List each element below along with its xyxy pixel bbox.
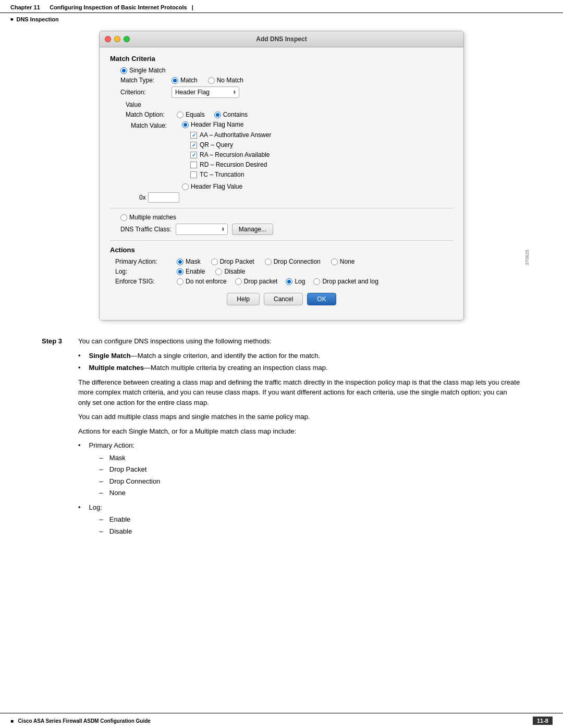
none-option[interactable]: None bbox=[331, 258, 355, 265]
match-criteria-section: Match Criteria Single Match Match Type: bbox=[110, 55, 453, 203]
ra-checkbox[interactable] bbox=[190, 152, 197, 158]
drop-packet-and-log-radio[interactable] bbox=[313, 278, 320, 285]
step-3-row: Step 3 You can configure DNS inspections… bbox=[42, 336, 521, 542]
do-not-enforce-option[interactable]: Do not enforce bbox=[177, 278, 227, 285]
sub-mask: Mask bbox=[100, 453, 161, 463]
drop-packet-and-log-option[interactable]: Drop packet and log bbox=[313, 278, 378, 285]
rd-checkbox[interactable] bbox=[190, 162, 197, 168]
no-match-option[interactable]: No Match bbox=[208, 77, 243, 84]
dns-traffic-class-select[interactable]: ⬍ bbox=[176, 224, 228, 235]
chapter-title: Configuring Inspection of Basic Internet… bbox=[50, 4, 187, 10]
multiple-matches-desc: —Match multiple criteria by creating an … bbox=[144, 364, 328, 372]
aa-label: AA – Authoritative Answer bbox=[200, 131, 271, 139]
hex-input-row: 0x bbox=[120, 192, 453, 203]
footer-left-text: ■ Cisco ASA Series Firewall ASDM Configu… bbox=[10, 718, 151, 724]
drop-packet-tsig-radio[interactable] bbox=[235, 278, 242, 285]
minimize-button-icon[interactable] bbox=[114, 36, 120, 42]
criterion-select[interactable]: Header Flag ⬍ bbox=[172, 87, 239, 98]
drop-packet-option[interactable]: Drop Packet bbox=[211, 258, 254, 265]
header-flag-value-option[interactable]: Header Flag Value bbox=[182, 183, 271, 190]
multiple-matches-bold: Multiple matches bbox=[89, 364, 144, 372]
dialog-body: Match Criteria Single Match Match Type: bbox=[100, 47, 463, 320]
actions-title: Actions bbox=[110, 246, 453, 254]
enable-option[interactable]: Enable bbox=[177, 268, 205, 275]
log-row: Log: Enable Disable bbox=[110, 268, 453, 275]
maximize-button-icon[interactable] bbox=[124, 36, 130, 42]
single-match-radio[interactable] bbox=[120, 67, 127, 74]
mask-option[interactable]: Mask bbox=[177, 258, 201, 265]
log-tsig-option[interactable]: Log bbox=[286, 278, 305, 285]
multiple-matches-option[interactable]: Multiple matches bbox=[120, 214, 176, 221]
drop-connection-radio[interactable] bbox=[265, 258, 272, 265]
close-button-icon[interactable] bbox=[105, 36, 111, 42]
mask-radio[interactable] bbox=[177, 258, 183, 265]
qr-checkbox-row[interactable]: QR – Query bbox=[182, 141, 271, 149]
qr-label: QR – Query bbox=[200, 141, 233, 149]
aa-checkbox[interactable] bbox=[190, 132, 197, 139]
tc-checkbox[interactable] bbox=[190, 171, 197, 178]
log-label: Log: bbox=[115, 268, 173, 275]
enable-label: Enable bbox=[186, 268, 205, 275]
contains-radio[interactable] bbox=[214, 112, 221, 118]
dialog-wrapper: Add DNS Inspect Match Criteria Single Ma… bbox=[31, 31, 532, 320]
actions-list: Primary Action: Mask Drop Packet Drop Co… bbox=[78, 440, 521, 538]
match-radio-label: Match bbox=[180, 77, 198, 84]
match-criteria-title: Match Criteria bbox=[110, 55, 453, 63]
multiple-matches-label: Multiple matches bbox=[129, 214, 176, 221]
value-section: Value Match Option: Equals Contains bbox=[110, 101, 453, 203]
log-tsig-radio[interactable] bbox=[286, 278, 292, 285]
primary-action-bullet: Primary Action: Mask Drop Packet Drop Co… bbox=[78, 440, 521, 500]
body-content: Step 3 You can configure DNS inspections… bbox=[31, 336, 532, 542]
ok-button[interactable]: OK bbox=[307, 293, 336, 305]
single-match-option[interactable]: Single Match bbox=[120, 67, 165, 74]
header-flag-name-option[interactable]: Header Flag Name bbox=[182, 121, 271, 128]
none-radio[interactable] bbox=[331, 258, 338, 265]
drop-packet-and-log-label: Drop packet and log bbox=[322, 278, 378, 285]
disable-radio[interactable] bbox=[215, 268, 222, 275]
match-radio[interactable] bbox=[172, 77, 178, 84]
ra-checkbox-row[interactable]: RA – Recursion Available bbox=[182, 151, 271, 158]
dialog-title: Add DNS Inspect bbox=[256, 35, 307, 43]
drop-packet-label: Drop Packet bbox=[220, 258, 254, 265]
footer-title: Cisco ASA Series Firewall ASDM Configura… bbox=[18, 718, 150, 724]
qr-checkbox[interactable] bbox=[190, 142, 197, 149]
disable-option[interactable]: Disable bbox=[215, 268, 245, 275]
single-match-desc: —Match a single criterion, and identify … bbox=[131, 352, 320, 360]
cancel-button[interactable]: Cancel bbox=[264, 293, 303, 305]
no-match-radio-label: No Match bbox=[217, 77, 243, 84]
drop-connection-label: Drop Connection bbox=[274, 258, 321, 265]
match-option-row: Match Option: Equals Contains bbox=[120, 111, 453, 118]
tc-checkbox-row[interactable]: TC – Truncation bbox=[182, 171, 271, 178]
aa-checkbox-row[interactable]: AA – Authoritative Answer bbox=[182, 131, 271, 139]
header-flag-value-radio[interactable] bbox=[182, 183, 189, 190]
disable-label: Disable bbox=[224, 268, 245, 275]
multiple-matches-radio[interactable] bbox=[120, 214, 127, 221]
do-not-enforce-radio[interactable] bbox=[177, 278, 183, 285]
hex-input[interactable] bbox=[148, 192, 179, 203]
drop-packet-tsig-option[interactable]: Drop packet bbox=[235, 278, 278, 285]
help-button[interactable]: Help bbox=[227, 293, 260, 305]
enable-radio[interactable] bbox=[177, 268, 183, 275]
mask-label: Mask bbox=[186, 258, 201, 265]
equals-label: Equals bbox=[186, 111, 205, 118]
footer-guide-icon: ■ bbox=[10, 718, 14, 724]
dialog-controls bbox=[105, 36, 130, 42]
drop-connection-option[interactable]: Drop Connection bbox=[265, 258, 321, 265]
none-label: None bbox=[340, 258, 355, 265]
equals-option[interactable]: Equals bbox=[177, 111, 205, 118]
equals-radio[interactable] bbox=[177, 112, 183, 118]
divider-2 bbox=[110, 240, 453, 241]
drop-packet-radio[interactable] bbox=[211, 258, 218, 265]
header-flag-name-radio[interactable] bbox=[182, 121, 189, 128]
match-option[interactable]: Match bbox=[172, 77, 198, 84]
manage-button[interactable]: Manage... bbox=[232, 224, 273, 235]
contains-option[interactable]: Contains bbox=[214, 111, 248, 118]
rd-checkbox-row[interactable]: RD – Recursion Desired bbox=[182, 161, 271, 168]
enforce-tsig-row: Enforce TSIG: Do not enforce Drop packet… bbox=[110, 278, 453, 285]
paragraph-1: The difference between creating a class … bbox=[78, 377, 521, 408]
dns-traffic-class-row: DNS Traffic Class: ⬍ Manage... bbox=[110, 224, 453, 235]
ra-label: RA – Recursion Available bbox=[200, 151, 270, 158]
no-match-radio[interactable] bbox=[208, 77, 215, 84]
primary-action-row: Primary Action: Mask Drop Packet Drop Co… bbox=[110, 258, 453, 265]
page-number: 11-8 bbox=[533, 717, 553, 725]
